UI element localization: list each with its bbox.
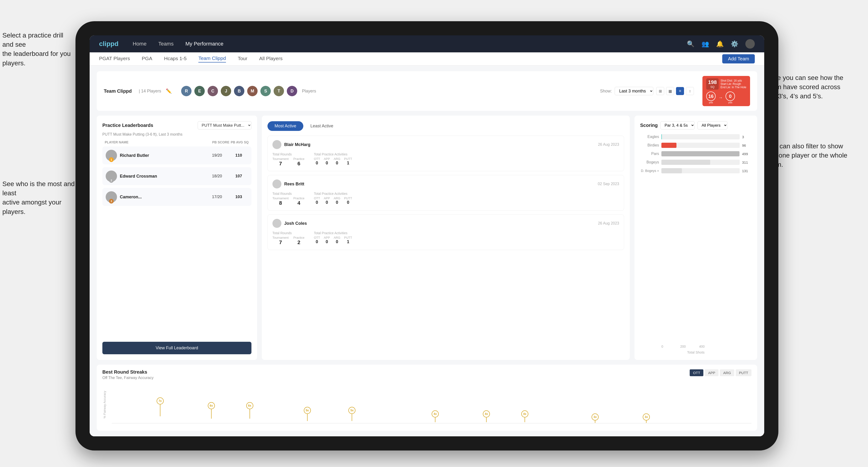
pac-header-2: Rees Britt 02 Sep 2023	[272, 180, 619, 188]
drill-select[interactable]: PUTT Must Make Putt...	[198, 121, 251, 129]
view-full-leaderboard-button[interactable]: View Full Leaderboard	[102, 342, 251, 354]
best-round-streaks: Best Round Streaks Off The Tee, Fairway …	[97, 365, 757, 431]
sort-icon[interactable]: ↕	[686, 87, 694, 95]
putt-filter-btn[interactable]: PUTT	[736, 369, 751, 376]
streaks-subtitle: Off The Tee, Fairway Accuracy	[102, 376, 154, 380]
tablet-frame: clippd Home Teams My Performance 🔍 👥 🔔 ⚙…	[75, 21, 778, 450]
pars-track	[661, 151, 740, 156]
subnav-hcaps[interactable]: Hcaps 1-5	[164, 56, 187, 62]
avatar-5: B	[234, 86, 244, 96]
tablet-screen: clippd Home Teams My Performance 🔍 👥 🔔 ⚙…	[90, 35, 764, 436]
app-col-1: APP 0	[324, 157, 330, 165]
annotation-bottom-right: You can also filter to showjust one play…	[767, 142, 847, 169]
pac-player-2: Rees Britt	[272, 180, 304, 188]
par-filter-select[interactable]: Par 3, 4 & 5s Par 3s Par 4s Par 5s	[660, 121, 695, 129]
add-team-button[interactable]: Add Team	[722, 54, 755, 63]
total-rounds-label-1: Total Rounds	[272, 152, 305, 156]
leaderboard-header: Practice Leaderboards PUTT Must Make Put…	[102, 121, 251, 129]
pac-header-1: Blair McHarg 26 Aug 2023	[272, 140, 619, 149]
players-label: Players	[302, 89, 316, 94]
pac-stats-2: Total Rounds Tournament 8 Practice 4	[272, 192, 619, 206]
nav-bar: clippd Home Teams My Performance 🔍 👥 🔔 ⚙…	[90, 35, 764, 52]
total-rounds-values-1: Tournament 7 Practice 6	[272, 157, 305, 167]
search-icon[interactable]: 🔍	[687, 40, 694, 48]
bubble-3x-1: 3x	[592, 413, 599, 423]
scoring-panel-header: Scoring Par 3, 4 & 5s Par 3s Par 4s Par …	[640, 121, 751, 129]
annotation-middle-left: See who is the most and leastactive amon…	[2, 179, 75, 216]
lb-name-1: Richard Butler	[120, 153, 205, 158]
avatar-7: S	[260, 86, 271, 96]
pac-name-2: Rees Britt	[284, 182, 304, 187]
ott-filter-btn[interactable]: OTT	[690, 369, 703, 376]
team-count: | 14 Players	[139, 89, 161, 94]
bogeys-track	[661, 160, 740, 165]
app-col-2: APP 0	[324, 196, 330, 205]
bar-birdies: Birdies 96	[640, 143, 751, 148]
streaks-chart: % Fairway Accuracy 7x 6x	[112, 385, 751, 423]
leaderboard-title: Practice Leaderboards	[102, 123, 153, 128]
nav-teams[interactable]: Teams	[158, 41, 174, 47]
birdies-label: Birdies	[640, 143, 659, 148]
lb-name-3: Cameron...	[120, 195, 205, 199]
bell-icon[interactable]: 🔔	[716, 40, 724, 48]
birdies-value: 96	[742, 144, 751, 148]
most-active-tab[interactable]: Most Active	[268, 121, 303, 131]
pac-avatar-2	[272, 180, 281, 188]
subnav-tour[interactable]: Tour	[238, 56, 247, 62]
bar-eagles: Eagles 3	[640, 134, 751, 139]
streaks-title: Best Round Streaks	[102, 369, 154, 375]
rank-badge-3: 3	[109, 199, 114, 204]
team-header: Team Clippd | 14 Players ✏️ R E C J B M …	[97, 71, 757, 111]
avatar-8: T	[274, 86, 284, 96]
bogeys-value: 311	[742, 160, 751, 164]
nav-home[interactable]: Home	[132, 41, 147, 47]
app-col-3: APP 0	[324, 236, 330, 244]
bogeys-label: Bogeys	[640, 160, 659, 164]
bubble-5x-2: 5x	[348, 407, 355, 421]
col-player-name: PLAYER NAME	[105, 140, 211, 144]
pars-label: Pars	[640, 152, 659, 156]
show-period-select[interactable]: Last 3 months Last 6 months Last year	[615, 87, 653, 95]
bubble-4x-3: 4x	[521, 410, 528, 422]
grid-small-icon[interactable]: ▦	[666, 87, 674, 95]
col-pb-avg: PB AVG SQ	[230, 140, 249, 144]
bubble-4x-2: 4x	[483, 410, 490, 422]
grid-view-icon[interactable]: ⊞	[656, 87, 664, 95]
ott-col-3: OTT 0	[314, 236, 320, 244]
nav-right: 🔍 👥 🔔 ⚙️	[687, 39, 755, 49]
leaderboard-table-header: PLAYER NAME PB SCORE PB AVG SQ	[102, 140, 251, 144]
practice-stat-2: Practice 4	[293, 196, 305, 206]
list-view-icon[interactable]: ≡	[676, 87, 684, 95]
nav-avatar[interactable]	[745, 39, 755, 49]
avatar-4: J	[221, 86, 231, 96]
bar-dbogeys: D. Bogeys + 131	[640, 168, 751, 173]
least-active-tab[interactable]: Least Active	[303, 121, 340, 131]
subnav-pgat[interactable]: PGAT Players	[99, 56, 130, 62]
pac-player-1: Blair McHarg	[272, 140, 310, 149]
pars-value: 499	[742, 152, 751, 156]
app-filter-btn[interactable]: APP	[705, 369, 718, 376]
users-icon[interactable]: 👥	[702, 40, 709, 48]
scoring-x-axis: 0 200 400	[661, 345, 751, 348]
nav-my-performance[interactable]: My Performance	[185, 41, 223, 47]
player-filter-select[interactable]: All Players	[698, 121, 727, 129]
activity-card-3: Josh Coles 26 Aug 2023 Total Rounds Tour…	[268, 214, 624, 250]
sub-nav: PGAT Players PGA Hcaps 1-5 Team Clippd T…	[90, 52, 764, 66]
total-rounds-group-3: Total Rounds Tournament 7 Practice 2	[272, 231, 305, 246]
scoring-title: Scoring	[640, 123, 658, 128]
tournament-stat-2: Tournament 8	[272, 196, 289, 206]
nav-logo: clippd	[99, 40, 118, 48]
bubble-4x-1: 4x	[432, 410, 439, 422]
pac-player-3: Josh Coles	[272, 219, 307, 228]
arg-filter-btn[interactable]: ARG	[720, 369, 734, 376]
shot-unit: SQ	[708, 85, 717, 89]
shot-val1: 16 yds	[706, 92, 716, 104]
edit-icon[interactable]: ✏️	[166, 88, 172, 94]
pac-name-1: Blair McHarg	[284, 142, 310, 147]
subnav-pga[interactable]: PGA	[142, 56, 152, 62]
settings-icon[interactable]: ⚙️	[731, 40, 738, 48]
subnav-team-clippd[interactable]: Team Clippd	[198, 55, 226, 63]
pac-date-3: 26 Aug 2023	[598, 221, 619, 225]
subnav-all-players[interactable]: All Players	[259, 56, 283, 62]
shot-card: 198 SQ Shot Dist: 16 yds Start Lie: Roug…	[703, 76, 750, 106]
